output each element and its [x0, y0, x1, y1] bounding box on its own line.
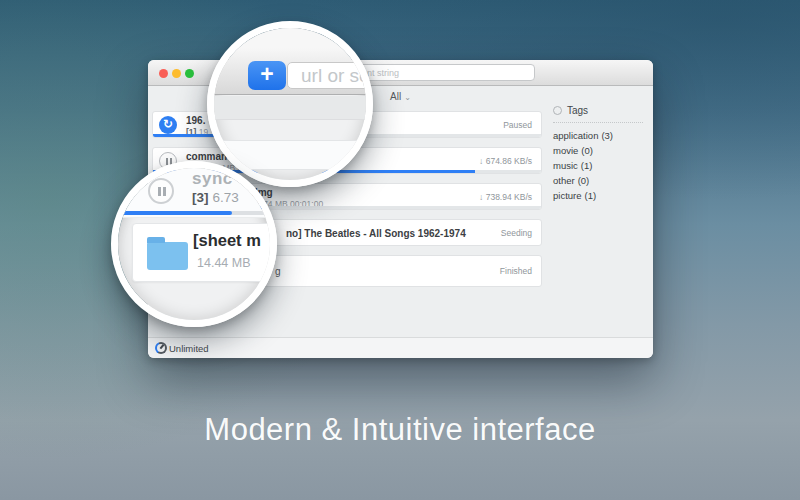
url-search-input[interactable]	[353, 64, 535, 81]
tags-sidebar: Tags application(3) movie(0) music(1) ot…	[553, 105, 648, 203]
tag-count: (1)	[585, 190, 597, 201]
row-status: ↓ 674.86 KB/s	[479, 156, 532, 166]
download-size: 14.44 MB	[197, 256, 251, 270]
close-button[interactable]	[159, 69, 168, 78]
magnified-download-title: [sheet m	[193, 231, 261, 250]
tags-header-label: Tags	[567, 105, 588, 116]
magnifier-circle-top: + url or se	[207, 21, 373, 187]
pause-icon	[148, 178, 174, 204]
tag-count: (0)	[578, 175, 590, 186]
sidebar-item-music[interactable]: music(1)	[553, 158, 648, 173]
folder-icon	[147, 242, 188, 270]
sidebar-item-other[interactable]: other(0)	[553, 173, 648, 188]
chevron-down-icon: ⌄	[404, 93, 411, 102]
download-title: g	[275, 266, 281, 277]
download-title: 196.	[186, 115, 205, 126]
magnified-search-field: url or se	[287, 62, 366, 89]
tag-count: (3)	[601, 130, 613, 141]
magnified-row-band	[214, 140, 366, 170]
queue-number: [3]	[192, 190, 209, 205]
tags-separator	[553, 122, 643, 123]
downloading-icon[interactable]: ↻	[159, 116, 177, 134]
tag-circle-icon	[553, 106, 562, 115]
filter-all-dropdown[interactable]: All⌄	[390, 91, 411, 102]
speed-limit-status[interactable]: Unlimited	[169, 343, 209, 354]
sidebar-item-picture[interactable]: picture(1)	[553, 188, 648, 203]
filter-all-label: All	[390, 91, 401, 102]
zoom-button[interactable]	[185, 69, 194, 78]
speedometer-icon	[155, 342, 167, 354]
row-status: Seeding	[501, 228, 532, 238]
magnifier-left-content: sync [3]6.73 [sheet m 14.44 MB	[118, 168, 270, 320]
add-download-button: +	[248, 61, 286, 90]
magnified-download-title: sync	[192, 169, 233, 189]
tag-count: (1)	[581, 160, 593, 171]
download-size: 6.73	[213, 190, 239, 205]
minimize-button[interactable]	[172, 69, 181, 78]
caption-text: Modern & Intuitive interface	[0, 412, 800, 448]
download-title: no] The Beatles - All Songs 1962-1974	[286, 227, 466, 238]
magnified-filter-band	[214, 96, 366, 120]
sidebar-item-application[interactable]: application(3)	[553, 128, 648, 143]
tag-count: (0)	[581, 145, 593, 156]
progress-fill	[153, 134, 215, 137]
progress-fill	[118, 211, 232, 215]
row-status: ↓ 738.94 KB/s	[479, 192, 532, 202]
row-status: Finished	[500, 266, 532, 276]
tags-header[interactable]: Tags	[553, 105, 648, 116]
magnifier-circle-left: sync [3]6.73 [sheet m 14.44 MB	[111, 161, 277, 327]
sidebar-item-movie[interactable]: movie(0)	[553, 143, 648, 158]
magnifier-top-content: + url or se	[214, 28, 366, 180]
status-bar: Unlimited	[148, 337, 653, 358]
row-status: Paused	[503, 120, 532, 130]
